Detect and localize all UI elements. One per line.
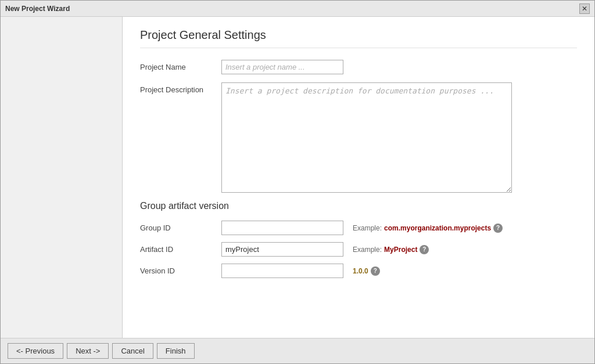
new-project-wizard-dialog: New Project Wizard ✕ Project General Set… [0,0,595,364]
cancel-button[interactable]: Cancel [112,343,153,359]
close-button[interactable]: ✕ [579,3,590,14]
gav-section-title: Group artifact version [140,201,577,211]
group-id-example: Example: com.myorganization.myprojects ? [353,224,503,233]
version-id-help-icon[interactable]: ? [371,266,380,276]
group-id-help-icon[interactable]: ? [493,224,503,233]
dialog-title-bar: New Project Wizard ✕ [1,1,594,17]
group-id-row: Group ID Example: com.myorganization.myp… [140,221,577,235]
project-description-label: Project Description [140,82,221,94]
dialog-title: New Project Wizard [5,5,70,13]
group-id-example-prefix: Example: [353,224,382,232]
version-id-example-value: 1.0.0 [353,267,368,275]
project-name-input[interactable] [221,60,343,74]
version-id-example: 1.0.0 ? [353,266,380,276]
previous-button[interactable]: <- Previous [8,343,63,359]
version-id-input[interactable] [221,264,343,278]
artifact-id-example: Example: MyProject ? [353,245,429,254]
artifact-id-input[interactable] [221,242,343,257]
project-description-row: Project Description [140,82,577,193]
group-id-input[interactable] [221,221,343,235]
dialog-body: Project General Settings Project Name Pr… [1,17,594,338]
version-id-row: Version ID 1.0.0 ? [140,264,577,278]
finish-button[interactable]: Finish [157,343,195,359]
project-name-row: Project Name [140,60,577,74]
artifact-id-label: Artifact ID [140,245,221,254]
group-id-example-value: com.myorganization.myprojects [384,224,491,232]
project-description-input[interactable] [221,82,512,193]
page-title: Project General Settings [140,28,577,48]
dialog-footer: <- Previous Next -> Cancel Finish [1,338,594,363]
artifact-id-example-prefix: Example: [353,246,382,254]
main-content: Project General Settings Project Name Pr… [123,17,594,338]
artifact-id-example-value: MyProject [384,246,417,254]
project-name-label: Project Name [140,60,221,71]
artifact-id-row: Artifact ID Example: MyProject ? [140,242,577,257]
group-id-label: Group ID [140,224,221,232]
next-button[interactable]: Next -> [67,343,109,359]
sidebar [1,17,123,338]
version-id-label: Version ID [140,266,221,275]
artifact-id-help-icon[interactable]: ? [420,245,429,254]
